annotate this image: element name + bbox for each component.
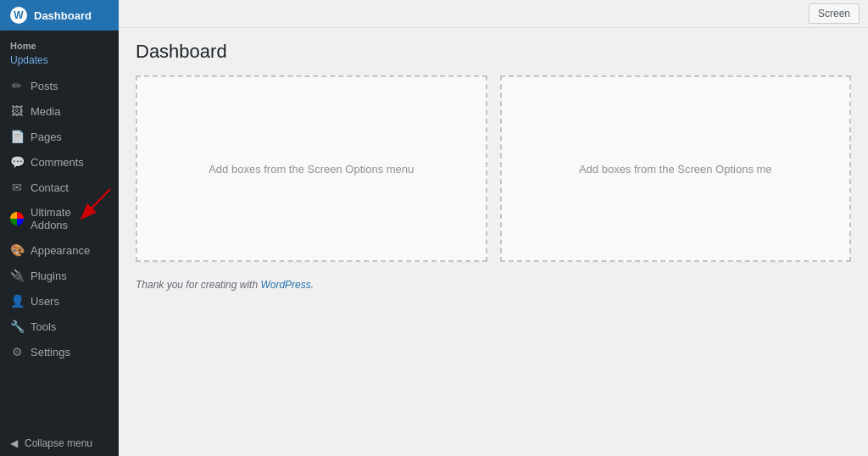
appearance-icon: 🎨 [10, 243, 24, 257]
posts-icon: ✏ [10, 79, 24, 92]
sidebar-item-settings[interactable]: ⚙ Settings [0, 339, 119, 364]
dashboard-col-1: Add boxes from the Screen Options menu [136, 75, 487, 262]
col1-placeholder-text: Add boxes from the Screen Options menu [209, 163, 414, 175]
content-area: Dashboard Add boxes from the Screen Opti… [119, 28, 868, 456]
pages-icon: 📄 [10, 130, 24, 143]
footer-period: . [311, 279, 314, 291]
ultimate-addons-icon [10, 212, 24, 225]
sidebar-item-ultimate-addons[interactable]: Ultimate Addons [0, 200, 119, 237]
sidebar-item-users[interactable]: 👤 Users [0, 288, 119, 314]
screen-options-button[interactable]: Screen [809, 3, 860, 24]
media-label: Media [31, 105, 60, 118]
home-label: Home [0, 31, 119, 53]
topbar: Screen [119, 0, 868, 28]
plugins-icon: 🔌 [10, 269, 24, 282]
comments-icon: 💬 [10, 155, 24, 169]
collapse-icon: ◀ [10, 437, 18, 449]
collapse-label: Collapse menu [25, 437, 92, 449]
footer: Thank you for creating with WordPress. [136, 279, 851, 291]
tools-icon: 🔧 [10, 320, 24, 333]
wordpress-link[interactable]: WordPress [260, 279, 310, 291]
main-content: Screen Dashboard Add boxes from the Scre… [119, 0, 868, 456]
posts-label: Posts [31, 80, 58, 92]
contact-icon: ✉ [10, 181, 24, 194]
pages-label: Pages [31, 131, 62, 143]
sidebar-item-media[interactable]: 🖼 Media [0, 98, 119, 124]
ultimate-addons-label: Ultimate Addons [31, 206, 108, 231]
tools-label: Tools [31, 320, 56, 333]
sidebar-item-tools[interactable]: 🔧 Tools [0, 314, 119, 339]
appearance-label: Appearance [31, 244, 90, 257]
users-label: Users [31, 295, 59, 308]
sidebar-item-pages[interactable]: 📄 Pages [0, 124, 119, 149]
sidebar-item-comments[interactable]: 💬 Comments [0, 149, 119, 175]
settings-icon: ⚙ [10, 345, 24, 359]
sidebar-item-posts[interactable]: ✏ Posts [0, 73, 119, 98]
dashboard-col-2: Add boxes from the Screen Options me [500, 75, 852, 262]
footer-text: Thank you for creating with [136, 279, 260, 291]
sidebar: W Dashboard Home Updates ✏ Posts 🖼 Media… [0, 0, 119, 456]
dashboard-logo[interactable]: W Dashboard [0, 0, 119, 31]
collapse-menu[interactable]: ◀ Collapse menu [0, 431, 119, 456]
comments-label: Comments [31, 156, 84, 169]
sidebar-item-contact[interactable]: ✉ Contact [0, 175, 119, 200]
settings-label: Settings [31, 346, 70, 359]
page-title: Dashboard [136, 41, 851, 63]
wp-logo-icon: W [10, 7, 27, 24]
dashboard-label: Dashboard [34, 9, 92, 22]
col2-placeholder-text: Add boxes from the Screen Options me [579, 163, 772, 175]
sidebar-item-appearance[interactable]: 🎨 Appearance [0, 237, 119, 263]
users-icon: 👤 [10, 294, 24, 308]
updates-link[interactable]: Updates [0, 53, 119, 73]
plugins-label: Plugins [31, 270, 67, 282]
media-icon: 🖼 [10, 104, 24, 118]
contact-label: Contact [31, 181, 69, 194]
dashboard-columns: Add boxes from the Screen Options menu A… [136, 75, 851, 262]
sidebar-item-plugins[interactable]: 🔌 Plugins [0, 263, 119, 288]
